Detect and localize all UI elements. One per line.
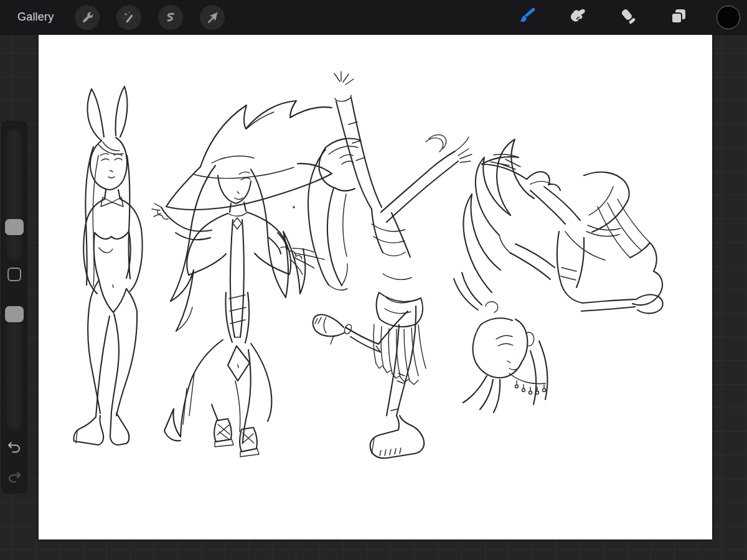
brush-size-slider[interactable]	[6, 126, 23, 261]
gallery-button[interactable]: Gallery	[17, 11, 54, 24]
actions-button[interactable]	[75, 5, 100, 30]
transform-button[interactable]	[200, 5, 225, 30]
selection-button[interactable]	[158, 5, 183, 30]
smudge-tool-button[interactable]	[565, 5, 590, 30]
sketch-witch-girl	[152, 101, 332, 457]
eraser-icon	[618, 6, 639, 29]
sketch-bunny-suit-girl	[73, 86, 142, 445]
wrench-icon	[80, 10, 95, 25]
redo-button[interactable]	[6, 471, 22, 487]
layers-button[interactable]	[666, 5, 691, 30]
modify-button[interactable]	[7, 268, 21, 281]
sketch-artwork	[39, 34, 712, 539]
sketch-falling-girl	[454, 139, 663, 413]
magic-wand-icon	[121, 10, 136, 25]
brush-sidebar	[2, 121, 27, 493]
brush-icon	[517, 6, 538, 29]
transform-arrow-icon	[205, 10, 220, 25]
selection-s-icon	[163, 10, 178, 25]
redo-arrow-icon	[6, 470, 22, 488]
drawing-canvas[interactable]	[39, 34, 712, 539]
opacity-slider[interactable]	[6, 304, 23, 431]
sketch-dancer-girl	[308, 72, 472, 458]
brush-size-handle[interactable]	[5, 219, 24, 235]
smudge-finger-icon	[567, 6, 588, 29]
undo-arrow-icon	[6, 440, 22, 459]
opacity-handle[interactable]	[5, 306, 24, 322]
layers-icon	[668, 6, 689, 29]
adjustments-button[interactable]	[116, 5, 141, 30]
top-toolbar: Gallery	[0, 0, 747, 35]
paint-tool-button[interactable]	[515, 5, 540, 30]
erase-tool-button[interactable]	[616, 5, 641, 30]
color-swatch-circle[interactable]	[716, 6, 740, 29]
undo-button[interactable]	[6, 441, 22, 457]
